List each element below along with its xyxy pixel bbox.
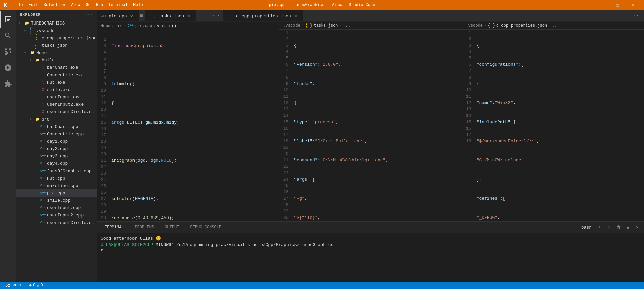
status-errors[interactable]: ⊗ 0 ⚠ 0: [28, 283, 44, 288]
folder-icon: 📁: [30, 50, 35, 55]
sidebar-item-userinput-cpp[interactable]: C++ userInput.cpp: [16, 204, 97, 211]
tab-close-icon[interactable]: ✕: [186, 13, 192, 19]
menu-view[interactable]: View: [68, 2, 82, 8]
breadcrumb-cprops-dots[interactable]: ...: [552, 23, 559, 28]
breadcrumb-vscode-2[interactable]: .vscode: [466, 23, 483, 28]
activity-debug[interactable]: [0, 60, 16, 76]
sidebar-item-src[interactable]: ▾ 📁 src: [16, 115, 97, 123]
breadcrumb-tasks-file[interactable]: tasks.json: [314, 23, 338, 28]
terminal-tab-terminal[interactable]: TERMINAL: [99, 223, 129, 232]
error-count: 0: [33, 283, 35, 288]
tab-pie-cpp[interactable]: C++ pie.cpp ✕: [97, 10, 139, 22]
sidebar-item-smile-cpp[interactable]: C++ smile.cpp: [16, 197, 97, 204]
breadcrumb-cprops-file[interactable]: c_cpp_properties.json: [496, 23, 547, 28]
breadcrumb-main-fn[interactable]: ⊕ main(): [157, 23, 176, 28]
terminal-bash-label: bash: [579, 223, 594, 231]
tab-close-icon[interactable]: ✕: [129, 13, 135, 19]
code-editor-cprops[interactable]: 12345 678910 1112131415 161718 { "config…: [462, 30, 644, 221]
sidebar-item-userinput2-cpp[interactable]: C++ userInput2.cpp: [16, 211, 97, 219]
code-content-tasks[interactable]: { "version": "2.0.0", "tasks": [ { "type…: [292, 30, 461, 221]
sidebar-item-pie-cpp[interactable]: C++ pie.cpp: [16, 189, 97, 197]
status-branch[interactable]: ⎇ bash: [4, 283, 22, 288]
tab-c-cpp-properties[interactable]: { } c_cpp_properties.json ✕: [223, 10, 303, 22]
terminal-tab-debug[interactable]: DEBUG CONSOLE: [184, 223, 227, 232]
tab-tasks-json[interactable]: { } tasks.json ✕: [145, 10, 196, 22]
sidebar-item-tasks-json[interactable]: { } tasks.json: [16, 42, 97, 49]
tab-more-button-3[interactable]: ···: [631, 10, 644, 21]
activity-explorer[interactable]: [0, 11, 16, 28]
sidebar-item-day1-cpp[interactable]: C++ day1.cpp: [16, 138, 97, 145]
sidebar-item-userinputcircle-cpp[interactable]: C++ userinputCircle.cpp: [16, 219, 97, 226]
breadcrumb-tasks-dots[interactable]: ...: [343, 23, 351, 28]
sidebar-item-barchart-exe[interactable]: ⬡ barChart.exe: [16, 64, 97, 71]
sidebar-more-icon[interactable]: ···: [85, 13, 93, 17]
menu-run[interactable]: Run: [94, 2, 105, 8]
menu-file[interactable]: File: [11, 2, 25, 8]
close-button[interactable]: ✕: [625, 0, 641, 10]
sidebar-item-smile-exe[interactable]: ⬡ smile.exe: [16, 86, 97, 93]
breadcrumb-home[interactable]: Home: [101, 23, 110, 28]
terminal-split-button[interactable]: ⊟: [605, 223, 613, 231]
terminal-tab-problems[interactable]: PROBLEMS: [129, 223, 160, 232]
sidebar: Explorer ··· ▾ 📁 TURBOGRAPHICS ▾ { } .vs…: [16, 10, 97, 282]
activity-scm[interactable]: [0, 44, 16, 60]
arrow-icon: ▾: [24, 29, 30, 33]
maximize-button[interactable]: ❐: [610, 0, 625, 10]
breadcrumb-vscode[interactable]: .vscode: [283, 23, 300, 28]
sidebar-item-makeline-cpp[interactable]: C++ makeline.cpp: [16, 182, 97, 189]
menu-help[interactable]: Help: [131, 2, 145, 8]
menu-terminal[interactable]: Terminal: [106, 2, 130, 8]
json-icon: { }: [35, 43, 40, 48]
sidebar-item-home[interactable]: ▾ 📁 Home: [16, 49, 97, 56]
sidebar-item-concentric-cpp[interactable]: C++ Concentric.cpp: [16, 130, 97, 138]
sidebar-item-userinput2-exe[interactable]: ⬡ userInput2.exe: [16, 101, 97, 108]
sidebar-item-day3-cpp[interactable]: C++ day3.cpp: [16, 152, 97, 160]
status-branch-name: bash: [11, 283, 21, 288]
breadcrumb-sep: ›: [302, 23, 304, 28]
sidebar-item-funsofgraphic-cpp[interactable]: C++ funsOfGraphic.cpp: [16, 167, 97, 175]
code-editor-tasks[interactable]: 12345 678910 1112131415 1617181920 21222…: [279, 30, 461, 221]
terminal-add-button[interactable]: +: [596, 223, 604, 231]
sidebar-item-label: barChart.exe: [47, 65, 78, 70]
minimize-button[interactable]: ─: [594, 0, 610, 10]
terminal-maximize-button[interactable]: ▲: [624, 223, 632, 231]
sidebar-item-hut-exe[interactable]: ⬡ Hut.exe: [16, 79, 97, 86]
sidebar-item-hut-cpp[interactable]: C++ Hut.cpp: [16, 175, 97, 182]
sidebar-item-label: .vscode: [36, 28, 55, 33]
line-numbers-pie: 12345 678910 1112131415 1617181920 21222…: [97, 30, 110, 221]
menu-edit[interactable]: Edit: [26, 2, 40, 8]
sidebar-item-vscode[interactable]: ▾ { } .vscode: [16, 27, 97, 34]
sidebar-item-build[interactable]: ▾ 📁 build: [16, 56, 97, 64]
sidebar-item-userinput-exe[interactable]: ⬡ userInput.exe: [16, 93, 97, 101]
code-editor-pie[interactable]: 12345 678910 1112131415 1617181920 21222…: [97, 30, 279, 221]
sidebar-item-c-cpp-properties[interactable]: { } c_cpp_properties.json: [16, 34, 97, 42]
code-content-cprops[interactable]: { "configurations": [ { "name": "Win32",…: [475, 30, 644, 221]
sidebar-item-label: userInput.exe: [47, 95, 81, 100]
terminal-content[interactable]: Good afternoon Ullas 😊 ULLAS@ULLAS-SCTR2…: [97, 233, 644, 282]
split-button-1[interactable]: ⊟: [139, 10, 145, 21]
breadcrumb-src[interactable]: src: [115, 23, 123, 28]
terminal-close-button[interactable]: ✕: [633, 223, 641, 231]
breadcrumb-pie-file[interactable]: pie.cpp: [135, 23, 152, 28]
breadcrumb-sep: ›: [484, 23, 486, 28]
sidebar-item-day2-cpp[interactable]: C++ day2.cpp: [16, 145, 97, 152]
tab-more-button-2[interactable]: ···: [209, 10, 222, 21]
code-content-pie[interactable]: #include<graphics.h> int main() { int gd…: [110, 30, 279, 221]
sidebar-item-label: TURBOGRAPHICS: [31, 21, 65, 26]
terminal-kill-button[interactable]: 🗑: [614, 223, 623, 231]
menu-selection[interactable]: Selection: [42, 2, 67, 8]
tab-spacer-3: [303, 10, 631, 21]
menu-go[interactable]: Go: [84, 2, 92, 8]
terminal-cursor-line: $: [101, 248, 640, 254]
activity-search[interactable]: [0, 28, 16, 44]
editor-pane-tasks: .vscode › { } tasks.json › ... 12345 678…: [279, 22, 462, 221]
sidebar-item-barchart-cpp[interactable]: C++ barChart.cpp: [16, 123, 97, 130]
sidebar-item-label: day2.cpp: [47, 146, 68, 151]
tab-close-icon[interactable]: ✕: [293, 13, 299, 19]
activity-extensions[interactable]: [0, 76, 16, 92]
sidebar-item-userinputcircle-exe[interactable]: ⬡ userinputCircle.exe: [16, 108, 97, 115]
sidebar-item-turbographics[interactable]: ▾ 📁 TURBOGRAPHICS: [16, 19, 97, 27]
terminal-tab-output[interactable]: OUTPUT: [159, 223, 184, 232]
sidebar-item-concentric-exe[interactable]: ⬡ Concentric.exe: [16, 71, 97, 79]
sidebar-item-day4-cpp[interactable]: C++ day4.cpp: [16, 160, 97, 167]
